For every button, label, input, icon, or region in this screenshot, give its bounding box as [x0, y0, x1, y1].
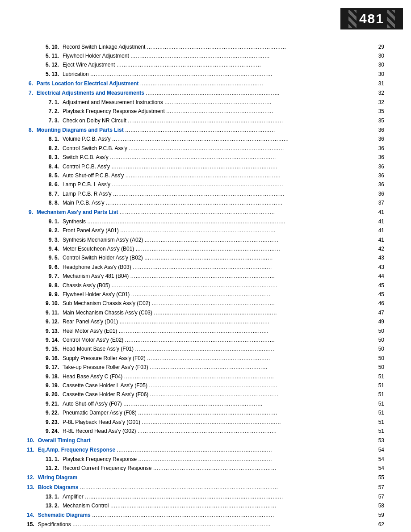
toc-entry-dots: ………………………………………………………………………………………… — [90, 71, 370, 78]
toc-entry-num: 9. 6. — [27, 264, 63, 271]
toc-entry-title: Flywheel Holder Ass'y (C01) — [63, 291, 130, 298]
toc-entry-page: 57 — [372, 484, 384, 491]
toc-entry-page: 49 — [372, 318, 384, 326]
toc-entry-dots: ………………………………………………………………… — [138, 456, 370, 463]
page-badge: 481 — [340, 8, 403, 29]
checker-right — [387, 10, 395, 28]
toc-entry: 9. 4.Meter Escutcheon Ass'y (B01)…………………… — [27, 245, 384, 254]
toc-entry-dots: …………………………………………………………………… — [130, 52, 370, 60]
toc-entry-num: 8. 7. — [27, 190, 63, 198]
toc-entry-page: 51 — [372, 409, 384, 417]
toc-entry-page: 43 — [372, 264, 384, 271]
toc-entry-dots: ………………………………………………………………………………………………… — [85, 493, 370, 501]
toc-entry-num: 9. 12. — [27, 318, 63, 326]
toc-entry: 13.Block Diagrams……………………………………………………………… — [27, 483, 384, 492]
toc-entry-title: Mechanism Ass'y and Parts List — [37, 209, 118, 216]
toc-entry: 8.Mounting Diagrams and Parts List………………… — [27, 126, 384, 135]
toc-entry: 8. 3.Switch P.C.B. Ass'y…………………………………………… — [27, 153, 384, 162]
toc-entry-title: Schematic Diagrams — [38, 511, 91, 519]
toc-entry-title: Switch P.C.B. Ass'y — [63, 154, 109, 161]
toc-entry-title: Control P.C.B. Ass'y — [63, 163, 110, 171]
toc-entry-dots: ………………………………………………………………………………… — [110, 502, 370, 510]
toc-entry-title: P-8L Playback Head Ass'y (G01) — [63, 419, 140, 426]
toc-entry-title: Adjustment and Measurement Instructions — [63, 99, 163, 106]
toc-entry: 9. 21.Auto Shut-off Ass'y (F07)………………………… — [27, 399, 384, 408]
toc-entry-page: 30 — [372, 71, 384, 78]
toc-entry-page: 41 — [372, 227, 384, 235]
toc-entry-title: Cassette Case Holder L Ass'y (F05) — [63, 382, 147, 390]
toc-entry-dots: ………………………………………………………… — [150, 364, 370, 371]
toc-entry-dots: ……………………………………………………………… — [150, 391, 370, 398]
toc-entry-num: 8. 5. — [27, 172, 63, 180]
page-number: 481 — [359, 11, 384, 26]
toc-entry-title: Check on Dolby NR Circuit — [63, 117, 126, 125]
toc-entry-dots: ………………………………………………………………………… — [118, 327, 370, 335]
toc-entry-dots: …………………………………………………………… — [140, 80, 370, 88]
toc-entry-title: Chassis Ass'y (B05) — [63, 282, 110, 289]
toc-entry: 9. 18.Head Base Ass'y C (F04)……………………………… — [27, 372, 384, 381]
toc-entry: 5. 12.Eject Wire Adjustment…………………………………… — [27, 61, 384, 70]
toc-entry-num: 9. 5. — [27, 254, 63, 262]
toc-entry-title: R-8L Record Head Ass'y (G02) — [63, 427, 136, 435]
toc-entry-dots: ………………………………………………………………………………………… — [92, 511, 370, 519]
toc-entry: 9. 5.Control Switch Holder Ass'y (B02)……… — [27, 254, 384, 263]
toc-entry-page: 54 — [372, 456, 384, 463]
toc-entry-num: 9. 7. — [27, 272, 63, 280]
toc-entry-page: 55 — [372, 474, 384, 482]
toc-entry-title: Auto Shut-off P.C.B. Ass'y — [63, 172, 124, 180]
toc-entry-num: 9. 18. — [27, 373, 63, 381]
toc-entry: 9. 17.Take-up Pressure Roller Ass'y (F03… — [27, 363, 384, 372]
toc-entry-num: 8. — [27, 126, 37, 134]
toc-entry-dots: ………………………………………………………………… — [146, 89, 370, 97]
toc-entry-dots: …………………………………………………………………………… — [117, 446, 370, 454]
toc-entry: 8. 8.Main P.C.B. Ass'y………………………………………………… — [27, 199, 384, 208]
toc-entry: 9. 11.Main Mechanism Chassis Ass'y (C03)… — [27, 308, 384, 317]
toc-entry: 7. 1.Adjustment and Measurement Instruct… — [27, 98, 384, 107]
toc-entry-dots: ……………………………………………………………………… — [135, 245, 370, 253]
toc-entry-dots: …………………………………………………………………………… — [120, 227, 370, 235]
toc-entry-title: Flywheel Holder Adjustment — [63, 52, 129, 60]
toc-entry-num: 14. — [27, 511, 38, 519]
toc-entry-num: 9. 24. — [27, 427, 63, 435]
toc-entry-page: 50 — [372, 364, 384, 371]
toc-entry-page: 36 — [372, 181, 384, 189]
toc-entry: 9. 10.Sub Mechanism Chassis Ass'y (C02)…… — [27, 299, 384, 308]
toc-entry: 5. 13.Lubrication……………………………………………………………… — [27, 70, 384, 79]
toc-entry: 13. 1.Amplifier…………………………………………………………………… — [27, 492, 384, 501]
toc-entry-title: Parts Location for Electrical Adjustment — [37, 80, 138, 88]
toc-entry-title: Playback Frequency Response — [63, 456, 137, 463]
toc-entry: 9.Mechanism Ass'y and Parts List……………………… — [27, 208, 384, 217]
toc-entry-num: 12. — [27, 474, 38, 482]
toc-entry-num: 8. 2. — [27, 145, 63, 152]
toc-entry: 9. 12.Rear Panel Ass'y (D01)………………………………… — [27, 318, 384, 327]
toc-entry-num: 9. 10. — [27, 300, 63, 307]
toc-entry: 9. 15.Head Mount Base Ass'y (F01)…………………… — [27, 345, 384, 354]
toc-entry-dots: …………………………………………………………… — [151, 300, 370, 307]
toc-entry-page: 50 — [372, 345, 384, 353]
toc-entry-num: 8. 3. — [27, 154, 63, 161]
toc-entry-title: Specifications — [38, 521, 71, 528]
toc-entry: 8. 4.Control P.C.B. Ass'y………………………………………… — [27, 162, 384, 171]
toc-entry: 11. 2.Record Current Frequency Response…… — [27, 464, 384, 473]
toc-entry-num: 9. — [27, 209, 37, 216]
toc-entry-num: 13. 1. — [27, 493, 63, 501]
toc-entry-page: 51 — [372, 400, 384, 408]
toc-entry-num: 9. 14. — [27, 336, 63, 344]
toc-entry-num: 7. — [27, 89, 37, 97]
toc-entry-num: 9. 16. — [27, 355, 63, 362]
toc-entry: 9. 3.Synthesis Mechanism Ass'y (A02)…………… — [27, 235, 384, 244]
toc-entry-dots: ……………………………………………………………………………………… — [105, 199, 370, 207]
toc-entry-title: Meter Escutcheon Ass'y (B01) — [63, 245, 134, 253]
toc-entry-title: Playback Frequency Response Adjustment — [63, 108, 165, 115]
toc-entry-page: 36 — [372, 145, 384, 152]
toc-entry-page: 45 — [372, 291, 384, 298]
toc-entry-dots: …………………………………………………………………… — [131, 291, 370, 298]
toc-entry-page: 43 — [372, 254, 384, 262]
toc-entry: 9. 9.Flywheel Holder Ass'y (C01)……………………… — [27, 290, 384, 299]
toc-entry-title: Control Switch P.C.B. Ass'y — [63, 145, 127, 152]
toc-entry-title: Electrical Adjustments and Measurements — [37, 89, 144, 97]
toc-entry-dots: ……………………………………………………………… — [144, 254, 370, 262]
toc-entry-page: 30 — [372, 52, 384, 60]
toc-entry-num: 9. 4. — [27, 245, 63, 253]
toc-entry-title: Mounting Diagrams and Parts List — [37, 126, 124, 134]
